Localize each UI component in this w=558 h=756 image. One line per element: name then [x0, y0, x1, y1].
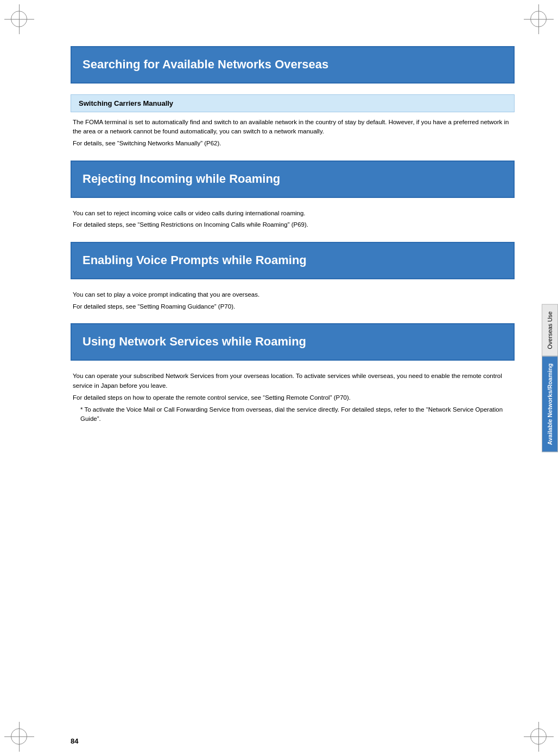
- section-rejecting: Rejecting Incoming while Roaming You can…: [71, 161, 515, 230]
- section-using: Using Network Services while Roaming You…: [71, 323, 515, 424]
- sidebar-tab-available-networks: Available Networks/Roaming: [542, 356, 558, 452]
- section-header-rejecting: Rejecting Incoming while Roaming: [71, 161, 515, 198]
- body-text-enabling: You can set to play a voice prompt indic…: [71, 290, 515, 312]
- body-text-rejecting: You can set to reject incoming voice cal…: [71, 209, 515, 230]
- body-para-rejecting-1: You can set to reject incoming voice cal…: [73, 209, 512, 219]
- section-enabling: Enabling Voice Prompts while Roaming You…: [71, 242, 515, 311]
- section-title-switching: Switching Carriers Manually: [79, 99, 506, 107]
- body-para-enabling-1: You can set to play a voice prompt indic…: [73, 290, 512, 300]
- side-tabs: Overseas Use Available Networks/Roaming: [520, 0, 558, 756]
- section-title-using: Using Network Services while Roaming: [83, 334, 503, 350]
- section-header-switching: Switching Carriers Manually: [71, 94, 515, 112]
- page-number: 84: [71, 737, 78, 745]
- page: 84 Overseas Use Available Networks/Roami…: [0, 0, 558, 756]
- body-para-2: For details, see “Switching Networks Man…: [73, 139, 512, 149]
- section-title-rejecting: Rejecting Incoming while Roaming: [83, 171, 503, 187]
- section-header-using: Using Network Services while Roaming: [71, 323, 515, 361]
- body-para-enabling-2: For detailed steps, see “Setting Roaming…: [73, 302, 512, 312]
- section-header-enabling: Enabling Voice Prompts while Roaming: [71, 242, 515, 279]
- section-searching: Searching for Available Networks Oversea…: [71, 46, 515, 149]
- corner-mark-bl: [4, 722, 34, 752]
- body-para-using-1: You can operate your subscribed Network …: [73, 371, 512, 391]
- main-content: Searching for Available Networks Oversea…: [71, 46, 515, 710]
- sidebar-tab-overseas-use: Overseas Use: [542, 304, 558, 356]
- corner-mark-tl: [4, 4, 34, 34]
- body-para-rejecting-2: For detailed steps, see “Setting Restric…: [73, 220, 512, 230]
- body-para-using-3: * To activate the Voice Mail or Call For…: [73, 405, 512, 425]
- body-text-using: You can operate your subscribed Network …: [71, 371, 515, 424]
- body-text-switching: The FOMA terminal is set to automaticall…: [71, 118, 515, 149]
- body-para-1: The FOMA terminal is set to automaticall…: [73, 118, 512, 137]
- section-header-searching: Searching for Available Networks Oversea…: [71, 46, 515, 84]
- section-title-searching: Searching for Available Networks Oversea…: [83, 57, 503, 73]
- section-title-enabling: Enabling Voice Prompts while Roaming: [83, 253, 503, 268]
- body-para-using-2: For detailed steps on how to operate the…: [73, 393, 512, 403]
